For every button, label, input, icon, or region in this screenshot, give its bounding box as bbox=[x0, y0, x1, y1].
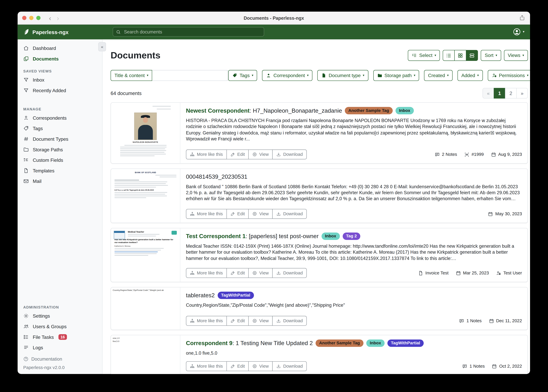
correspondent-link[interactable]: Correspondent 9 bbox=[186, 340, 232, 347]
edit-button[interactable]: Edit bbox=[226, 361, 249, 371]
more-like-this-button[interactable]: More like this bbox=[186, 361, 227, 371]
document-title[interactable]: Newest Correspondent: H7_Napoleon_Bonapa… bbox=[186, 107, 522, 114]
download-button[interactable]: Download bbox=[272, 316, 307, 326]
tag-pill[interactable]: Tag 2 bbox=[343, 233, 360, 240]
document-thumbnail[interactable]: one,1.0five,5.0 bbox=[111, 335, 180, 374]
edit-button[interactable]: Edit bbox=[226, 268, 249, 278]
sidebar-item-logs[interactable]: Logs bbox=[18, 342, 102, 353]
permissions-filter-button[interactable]: Permissions ▾ bbox=[488, 70, 530, 81]
share-icon[interactable] bbox=[519, 15, 525, 21]
title-content-filter-input[interactable] bbox=[152, 70, 228, 81]
sidebar-item-dashboard[interactable]: Dashboard bbox=[18, 43, 102, 54]
view-mode-grid-button[interactable] bbox=[454, 50, 467, 61]
document-thumbnail[interactable]: Country,Region/State,"Zip/Postal Code","… bbox=[111, 287, 180, 330]
correspondent-link[interactable]: Test Correspondent 1 bbox=[186, 233, 245, 240]
view-mode-detail-button[interactable] bbox=[466, 50, 478, 61]
download-button[interactable]: Download bbox=[272, 268, 307, 278]
download-icon bbox=[276, 318, 281, 323]
tag-pill[interactable]: Inbox bbox=[396, 107, 414, 114]
sidebar-item-documents[interactable]: Documents bbox=[18, 54, 102, 64]
sidebar-item-templates[interactable]: Templates bbox=[18, 165, 102, 176]
edit-button[interactable]: Edit bbox=[226, 150, 249, 159]
pagination-page-2[interactable]: 2 bbox=[505, 88, 517, 98]
pagination-prev-button[interactable]: « bbox=[483, 88, 494, 98]
sidebar-item-label: Inbox bbox=[33, 77, 44, 83]
created-filter-button[interactable]: Created ▾ bbox=[424, 70, 453, 81]
pagination-page-1[interactable]: 1 bbox=[494, 88, 505, 98]
views-button[interactable]: Views ▾ bbox=[504, 50, 528, 61]
more-like-this-button[interactable]: More like this bbox=[186, 268, 227, 278]
sidebar-item-users-groups[interactable]: Users & Groups bbox=[18, 321, 102, 332]
view-button[interactable]: View bbox=[248, 268, 273, 278]
saved-views-header: SAVED VIEWS bbox=[18, 64, 102, 75]
chevron-down-icon: ▾ bbox=[307, 74, 309, 77]
correspondent-filter-button[interactable]: Correspondent ▾ bbox=[262, 70, 312, 81]
document-type-filter-button[interactable]: Document type ▾ bbox=[317, 70, 368, 81]
more-like-this-button[interactable]: More like this bbox=[186, 209, 227, 219]
eye-icon bbox=[252, 364, 257, 369]
view-mode-table-button[interactable] bbox=[443, 50, 455, 61]
created-date: Aug 9, 2023 bbox=[491, 152, 522, 157]
document-type-indicator[interactable]: Invoice Test bbox=[418, 270, 448, 276]
sidebar-item-storage-paths[interactable]: Storage Paths bbox=[18, 144, 102, 155]
global-search-input[interactable] bbox=[123, 29, 261, 35]
sidebar-item-correspondents[interactable]: Correspondents bbox=[18, 113, 102, 123]
search-field-selector[interactable]: Title & content ▾ bbox=[110, 70, 152, 81]
tags-filter-button[interactable]: Tags ▾ bbox=[228, 70, 257, 81]
app-brand[interactable]: Paperless-ngx bbox=[22, 28, 69, 35]
sitemap-icon bbox=[190, 152, 195, 157]
app-navbar: Paperless-ngx ▾ bbox=[18, 25, 530, 39]
more-like-this-button[interactable]: More like this bbox=[186, 316, 227, 326]
notes-indicator[interactable]: 1 Notes bbox=[462, 364, 485, 369]
global-search bbox=[113, 27, 264, 37]
sidebar-item-inbox[interactable]: Inbox bbox=[18, 75, 102, 85]
user-menu[interactable]: ▾ bbox=[513, 28, 525, 36]
storage-path-filter-button[interactable]: Storage path ▾ bbox=[373, 70, 419, 81]
document-title[interactable]: 0004814539_20230531 bbox=[186, 173, 522, 181]
notes-indicator[interactable]: 2 Notes bbox=[434, 152, 457, 157]
sidebar-item-document-types[interactable]: Document Types bbox=[18, 134, 102, 144]
sidebar-collapse-button[interactable]: « bbox=[98, 42, 106, 51]
sidebar-item-file-tasks[interactable]: File Tasks 16 bbox=[18, 332, 102, 343]
view-button[interactable]: View bbox=[248, 361, 273, 371]
app-version: Paperless-ngx v2.0.0 bbox=[23, 363, 96, 370]
sidebar-item-recently-added[interactable]: Recently Added bbox=[18, 85, 102, 96]
tag-pill[interactable]: TagWithPartial bbox=[217, 292, 254, 299]
document-thumbnail[interactable]: Medical Teacher Has the new Kirkpatrick … bbox=[111, 228, 180, 282]
view-button[interactable]: View bbox=[248, 209, 273, 219]
tag-pill[interactable]: Inbox bbox=[321, 233, 340, 240]
more-like-this-button[interactable]: More like this bbox=[186, 150, 227, 159]
file-tasks-count-badge: 16 bbox=[58, 334, 67, 340]
notes-indicator[interactable]: 1 Notes bbox=[459, 318, 482, 323]
download-icon bbox=[276, 364, 281, 369]
calendar-icon bbox=[489, 318, 494, 323]
edit-button[interactable]: Edit bbox=[226, 316, 249, 326]
correspondent-link[interactable]: Newest Correspondent bbox=[186, 107, 249, 114]
download-button[interactable]: Download bbox=[272, 209, 307, 219]
download-button[interactable]: Download bbox=[272, 361, 307, 371]
view-button[interactable]: View bbox=[248, 316, 273, 326]
sort-button[interactable]: Sort ▾ bbox=[481, 50, 501, 61]
sidebar-item-tags[interactable]: Tags bbox=[18, 123, 102, 134]
pagination-next-button[interactable]: » bbox=[516, 88, 528, 98]
sidebar-item-settings[interactable]: Settings bbox=[18, 311, 102, 321]
sidebar-item-mail[interactable]: Mail bbox=[18, 176, 102, 186]
tag-pill[interactable]: Another Sample Tag bbox=[345, 107, 393, 114]
document-title[interactable]: Test Correspondent 1: [paperless] test p… bbox=[186, 233, 522, 240]
thumbnail-journal-logo bbox=[172, 231, 177, 235]
tag-pill[interactable]: TagWithPartial bbox=[387, 339, 424, 347]
document-title[interactable]: Correspondent 9: 1 Testing New Title Upd… bbox=[186, 339, 522, 347]
document-thumbnail[interactable]: BANK OF SCOTLAND 2,0 % p. a. auf Ihr Tag… bbox=[111, 169, 180, 223]
added-filter-button[interactable]: Added ▾ bbox=[458, 70, 483, 81]
documentation-link[interactable]: Documentation bbox=[23, 355, 96, 363]
edit-button[interactable]: Edit bbox=[226, 209, 249, 219]
tag-pill[interactable]: Another Sample Tag bbox=[316, 339, 363, 347]
thumbnail-logo-text: BANK OF SCOTLAND bbox=[115, 171, 176, 174]
select-button[interactable]: Select ▾ bbox=[408, 50, 440, 61]
tag-pill[interactable]: Inbox bbox=[366, 339, 384, 347]
view-button[interactable]: View bbox=[248, 150, 273, 159]
document-title[interactable]: tablerates2 TagWithPartial bbox=[186, 292, 522, 299]
document-thumbnail[interactable]: NAPOLEON BONAPARTE bbox=[111, 103, 180, 163]
sidebar-item-custom-fields[interactable]: Custom Fields bbox=[18, 155, 102, 165]
download-button[interactable]: Download bbox=[272, 150, 307, 159]
